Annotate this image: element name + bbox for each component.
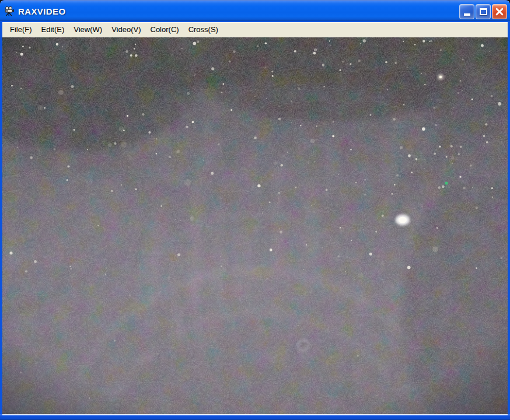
close-button[interactable]: [492, 4, 507, 19]
menu-item-cross[interactable]: Cross(S): [184, 23, 223, 37]
menu-item-video[interactable]: Video(V): [107, 23, 145, 37]
window-bottom-frame: [0, 414, 510, 420]
menubar: File(F) Edit(E) View(W) Video(V) Color(C…: [2, 22, 508, 37]
minimize-icon: [464, 13, 470, 16]
window-controls: [459, 4, 507, 19]
close-icon: [495, 7, 504, 18]
menu-item-file[interactable]: File(F): [5, 23, 37, 37]
frame-highlight-line: [2, 414, 508, 415]
window-title: RAXVIDEO: [18, 6, 459, 16]
menu-item-color[interactable]: Color(C): [146, 23, 184, 37]
menu-item-edit[interactable]: Edit(E): [37, 23, 69, 37]
green-pixel-dot: [445, 181, 448, 184]
bright-particle: [396, 215, 410, 226]
titlebar[interactable]: RAXVIDEO: [0, 0, 510, 21]
menu-item-view[interactable]: View(W): [69, 23, 107, 37]
app-window: RAXVIDEO File(F) Edit(E) View(W) Video(V…: [0, 0, 510, 420]
minimize-button[interactable]: [459, 4, 474, 19]
maximize-icon: [480, 8, 487, 15]
video-display: [2, 37, 508, 414]
movie-camera-icon: [4, 6, 15, 16]
maximize-button[interactable]: [476, 4, 491, 19]
video-noise-graphic: [2, 37, 508, 414]
